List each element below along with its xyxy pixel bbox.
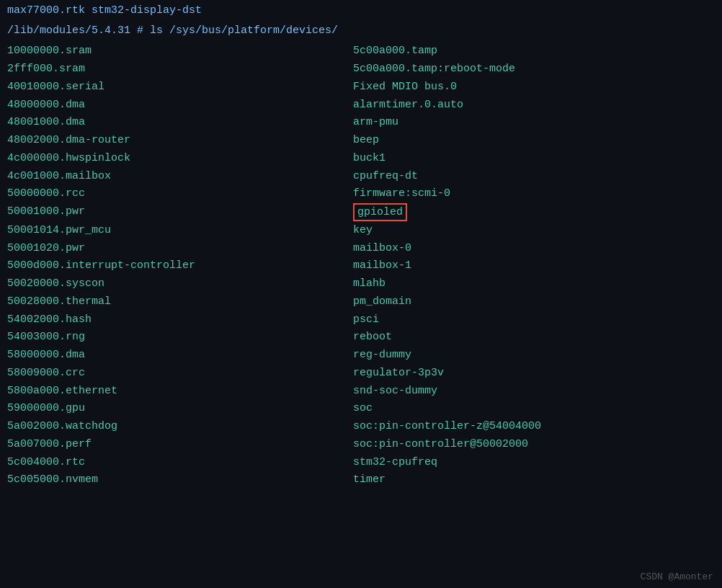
prompt-line: /lib/modules/5.4.31 # ls /sys/bus/platfo… bbox=[0, 21, 722, 42]
cell-left: 50001000.pwr bbox=[7, 203, 353, 222]
table-row: 4c001000.mailboxcpufreq-dt bbox=[7, 168, 715, 186]
table-row: 48000000.dmaalarmtimer.0.auto bbox=[7, 97, 715, 115]
cell-right: soc bbox=[353, 400, 715, 418]
cell-left: 2fff000.sram bbox=[7, 61, 353, 79]
cell-right: key bbox=[353, 222, 715, 240]
terminal-window: max77000.rtk stm32-display-dst /lib/modu… bbox=[0, 0, 722, 588]
cell-left: 50020000.syscon bbox=[7, 275, 353, 293]
table-row: 5c004000.rtcstm32-cpufreq bbox=[7, 454, 715, 472]
header-text: max77000.rtk stm32-display-dst bbox=[7, 4, 202, 17]
table-row: 50028000.thermalpm_domain bbox=[7, 293, 715, 311]
cell-right: beep bbox=[353, 132, 715, 150]
table-row: 48001000.dmaarm-pmu bbox=[7, 114, 715, 132]
cell-right: snd-soc-dummy bbox=[353, 383, 715, 401]
cell-right: mlahb bbox=[353, 275, 715, 293]
table-row: 50001000.pwrgpioled bbox=[7, 203, 715, 222]
cell-right: Fixed MDIO bus.0 bbox=[353, 79, 715, 97]
table-row: 4c000000.hwspinlockbuck1 bbox=[7, 150, 715, 168]
highlighted-item: gpioled bbox=[353, 203, 407, 221]
cell-left: 40010000.serial bbox=[7, 79, 353, 97]
cell-left: 4c001000.mailbox bbox=[7, 168, 353, 186]
cell-right: reboot bbox=[353, 329, 715, 347]
cell-right: psci bbox=[353, 311, 715, 329]
table-row: 50001014.pwr_mcukey bbox=[7, 222, 715, 240]
cell-left: 59000000.gpu bbox=[7, 400, 353, 418]
table-row: 50000000.rccfirmware:scmi-0 bbox=[7, 185, 715, 203]
table-row: 5000d000.interrupt-controllermailbox-1 bbox=[7, 257, 715, 275]
table-row: 5800a000.ethernetsnd-soc-dummy bbox=[7, 383, 715, 401]
cell-left: 5000d000.interrupt-controller bbox=[7, 257, 353, 275]
cell-right: mailbox-1 bbox=[353, 257, 715, 275]
table-row: 5a007000.perfsoc:pin-controller@50002000 bbox=[7, 436, 715, 454]
cell-left: 5800a000.ethernet bbox=[7, 383, 353, 401]
table-row: 2fff000.sram5c00a000.tamp:reboot-mode bbox=[7, 61, 715, 79]
cell-right: regulator-3p3v bbox=[353, 365, 715, 383]
table-row: 50020000.sysconmlahb bbox=[7, 275, 715, 293]
cell-right: soc:pin-controller@50002000 bbox=[353, 436, 715, 454]
table-row: 5c005000.nvmemtimer bbox=[7, 471, 715, 489]
cell-left: 10000000.sram bbox=[7, 43, 353, 61]
table-row: 48002000.dma-routerbeep bbox=[7, 132, 715, 150]
cell-right: arm-pmu bbox=[353, 114, 715, 132]
table-row: 40010000.serialFixed MDIO bus.0 bbox=[7, 79, 715, 97]
cell-right: stm32-cpufreq bbox=[353, 454, 715, 472]
table-row: 54002000.hashpsci bbox=[7, 311, 715, 329]
cell-left: 5a002000.watchdog bbox=[7, 418, 353, 436]
content-area: 10000000.sram5c00a000.tamp2fff000.sram5c… bbox=[0, 41, 722, 491]
table-row: 59000000.gpusoc bbox=[7, 400, 715, 418]
watermark: CSDN @Amonter bbox=[641, 571, 713, 582]
cell-left: 48001000.dma bbox=[7, 114, 353, 132]
cell-left: 5c004000.rtc bbox=[7, 454, 353, 472]
cell-left: 54002000.hash bbox=[7, 311, 353, 329]
cell-right: pm_domain bbox=[353, 293, 715, 311]
cell-right: 5c00a000.tamp:reboot-mode bbox=[353, 61, 715, 79]
cell-left: 50028000.thermal bbox=[7, 293, 353, 311]
table-row: 50001020.pwrmailbox-0 bbox=[7, 240, 715, 258]
cell-left: 50000000.rcc bbox=[7, 185, 353, 203]
cell-left: 5a007000.perf bbox=[7, 436, 353, 454]
cell-right: timer bbox=[353, 471, 715, 489]
header-line: max77000.rtk stm32-display-dst bbox=[0, 0, 722, 21]
cell-right: mailbox-0 bbox=[353, 240, 715, 258]
cell-left: 54003000.rng bbox=[7, 329, 353, 347]
cell-left: 48002000.dma-router bbox=[7, 132, 353, 150]
table-row: 54003000.rngreboot bbox=[7, 329, 715, 347]
cell-left: 50001020.pwr bbox=[7, 240, 353, 258]
table-row: 58009000.crcregulator-3p3v bbox=[7, 365, 715, 383]
cell-right: firmware:scmi-0 bbox=[353, 185, 715, 203]
cell-right: 5c00a000.tamp bbox=[353, 43, 715, 61]
cell-right: cpufreq-dt bbox=[353, 168, 715, 186]
table-row: 5a002000.watchdogsoc:pin-controller-z@54… bbox=[7, 418, 715, 436]
cell-right: reg-dummy bbox=[353, 347, 715, 365]
cell-left: 5c005000.nvmem bbox=[7, 471, 353, 489]
cell-right: soc:pin-controller-z@54004000 bbox=[353, 418, 715, 436]
cell-left: 48000000.dma bbox=[7, 97, 353, 115]
cell-left: 4c000000.hwspinlock bbox=[7, 150, 353, 168]
cell-left: 50001014.pwr_mcu bbox=[7, 222, 353, 240]
table-row: 10000000.sram5c00a000.tamp bbox=[7, 43, 715, 61]
cell-left: 58000000.dma bbox=[7, 347, 353, 365]
cell-right: alarmtimer.0.auto bbox=[353, 97, 715, 115]
prompt-text: /lib/modules/5.4.31 # ls /sys/bus/platfo… bbox=[7, 24, 338, 37]
table-row: 58000000.dmareg-dummy bbox=[7, 347, 715, 365]
cell-right: gpioled bbox=[353, 203, 715, 222]
cell-left: 58009000.crc bbox=[7, 365, 353, 383]
cell-right: buck1 bbox=[353, 150, 715, 168]
